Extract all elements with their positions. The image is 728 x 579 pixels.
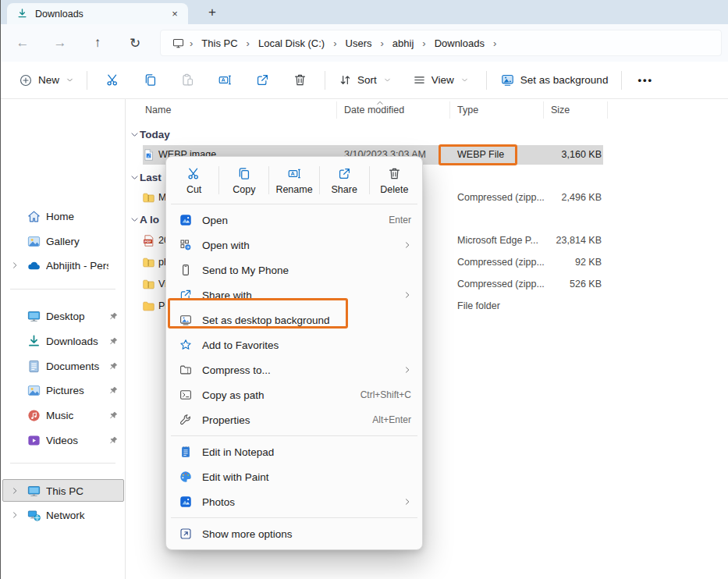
up-button[interactable]: ↑	[86, 31, 109, 55]
forward-button[interactable]: →	[48, 31, 72, 55]
chevron-down-icon	[384, 76, 391, 83]
pdf-file-icon	[142, 234, 155, 247]
close-tab-icon[interactable]: ×	[168, 7, 182, 21]
tab-downloads[interactable]: Downloads ×	[7, 3, 188, 24]
view-button[interactable]: View	[406, 69, 475, 91]
sidebar-item-music[interactable]: Music	[1, 403, 126, 427]
menu-divider	[171, 204, 417, 204]
pin-icon	[108, 435, 119, 446]
menu-item-photos[interactable]: Photos	[169, 489, 419, 514]
sidebar-item-pictures[interactable]: Pictures	[1, 378, 126, 402]
breadcrumb-separator: ›	[378, 37, 385, 49]
column-header-size[interactable]: Size	[551, 105, 570, 115]
sidebar-item-desktop[interactable]: Desktop	[1, 304, 126, 328]
zipped-folder-icon	[142, 278, 155, 291]
folder-icon	[142, 300, 155, 313]
pin-icon	[108, 385, 119, 396]
context-menu: Cut Copy Rename Share Delete	[165, 156, 423, 550]
onedrive-cloud-icon	[27, 258, 41, 273]
menu-item-add-to-favorites[interactable]: Add to Favorites	[169, 332, 419, 357]
menu-divider	[171, 517, 417, 518]
downloads-icon	[27, 334, 41, 349]
new-button[interactable]: New	[12, 69, 80, 92]
menu-item-share-with[interactable]: Share with	[169, 282, 419, 307]
menu-item-edit-in-notepad[interactable]: Edit in Notepad	[169, 439, 419, 464]
breadcrumb-separator: ›	[332, 37, 338, 49]
sidebar-item-onedrive-personal[interactable]: Abhijith - Personal	[1, 254, 126, 277]
trash-icon	[387, 166, 402, 181]
chevron-right-icon[interactable]	[11, 487, 20, 495]
cut-button[interactable]	[97, 66, 128, 94]
sidebar-item-downloads[interactable]: Downloads	[1, 329, 126, 353]
refresh-button[interactable]: ↻	[123, 31, 147, 55]
this-pc-icon	[172, 37, 185, 50]
wrench-icon	[179, 413, 194, 427]
breadcrumb-users[interactable]: Users	[339, 35, 379, 52]
pin-icon	[108, 361, 119, 371]
more-options-button[interactable]: •••	[628, 69, 662, 91]
new-tab-button[interactable]: +	[202, 3, 222, 22]
menu-item-set-as-desktop-background[interactable]: Set as desktop background	[169, 307, 419, 332]
breadcrumb[interactable]: › This PC › Local Disk (C:) › Users › ab…	[160, 30, 722, 56]
breadcrumb-abhij[interactable]: abhij	[385, 35, 421, 52]
scissors-icon	[105, 73, 120, 87]
downloads-tab-icon	[16, 8, 28, 20]
column-separator[interactable]	[336, 101, 337, 119]
copy-menu-button[interactable]: Copy	[219, 160, 268, 201]
rename-menu-button[interactable]: Rename	[269, 160, 318, 201]
sidebar-item-network[interactable]: Network	[1, 503, 126, 527]
sidebar-divider	[10, 289, 115, 290]
column-separator[interactable]	[449, 101, 450, 119]
breadcrumb-downloads[interactable]: Downloads	[428, 35, 492, 52]
column-header-type[interactable]: Type	[457, 105, 478, 115]
menu-item-open[interactable]: Open Enter	[169, 208, 419, 233]
breadcrumb-separator: ›	[421, 37, 427, 49]
sidebar-divider	[10, 463, 115, 464]
menu-item-compress-to[interactable]: Compress to...	[169, 357, 419, 382]
pin-icon	[108, 410, 119, 421]
menu-item-copy-as-path[interactable]: Copy as path Ctrl+Shift+C	[169, 382, 419, 407]
cut-menu-button[interactable]: Cut	[169, 160, 218, 201]
chevron-right-icon[interactable]	[11, 511, 20, 519]
sidebar-item-this-pc[interactable]: This PC	[1, 479, 126, 503]
menu-item-open-with[interactable]: Open with	[169, 233, 419, 258]
navigation-bar: ← → ↑ ↻ › This PC › Local Disk (C:) › Us…	[1, 24, 728, 62]
submenu-chevron-icon	[403, 241, 411, 249]
rename-button[interactable]	[209, 66, 240, 94]
sidebar-item-home[interactable]: Home	[1, 204, 126, 228]
copy-icon	[236, 166, 251, 181]
paste-button-disabled[interactable]	[172, 66, 203, 94]
menu-item-edit-with-paint[interactable]: Edit with Paint	[169, 464, 419, 489]
breadcrumb-separator: ›	[492, 37, 498, 49]
copy-button[interactable]	[134, 66, 165, 94]
column-header-name[interactable]: Name	[145, 105, 171, 115]
share-button[interactable]	[247, 66, 278, 94]
quick-actions-row: Cut Copy Rename Share Delete	[169, 160, 419, 201]
column-separator[interactable]	[607, 101, 608, 119]
menu-item-show-more-options[interactable]: Show more options	[169, 521, 419, 546]
phone-icon	[179, 263, 194, 277]
sidebar-item-videos[interactable]: Videos	[1, 428, 126, 452]
trash-icon	[293, 73, 307, 87]
share-menu-button[interactable]: Share	[320, 160, 369, 201]
paint-icon	[179, 470, 194, 484]
chevron-right-icon[interactable]	[11, 261, 20, 269]
column-header-date-modified[interactable]: Date modified	[344, 105, 404, 115]
menu-item-properties[interactable]: Properties Alt+Enter	[169, 407, 419, 432]
menu-item-send-to-my-phone[interactable]: Send to My Phone	[169, 258, 419, 282]
submenu-chevron-icon	[403, 366, 411, 374]
set-as-background-button[interactable]: Set as background	[493, 68, 616, 92]
toolbar-divider	[486, 71, 487, 90]
delete-menu-button[interactable]: Delete	[370, 160, 419, 201]
rename-icon	[218, 73, 233, 87]
column-separator[interactable]	[543, 101, 544, 119]
sidebar-item-gallery[interactable]: Gallery	[1, 229, 126, 253]
breadcrumb-this-pc[interactable]: This PC	[194, 35, 244, 52]
network-icon	[27, 508, 41, 523]
column-headers: Name Date modified Type Size	[126, 99, 728, 121]
delete-button[interactable]	[284, 66, 315, 94]
back-button[interactable]: ←	[11, 31, 34, 55]
breadcrumb-local-disk-c[interactable]: Local Disk (C:)	[251, 35, 332, 52]
sort-button[interactable]: Sort	[332, 69, 398, 91]
sidebar-item-documents[interactable]: Documents	[1, 354, 126, 378]
